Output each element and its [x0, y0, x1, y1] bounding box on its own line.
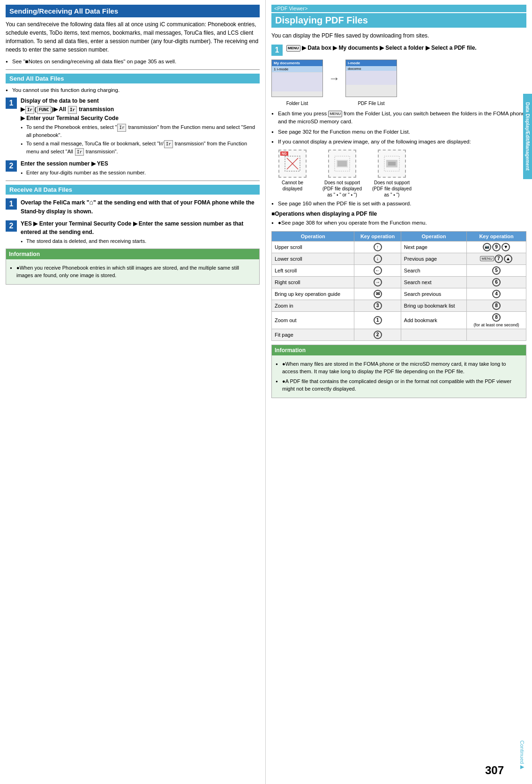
receive-step1-container: 1 Overlap the FeliCa mark "⌂" at the sen…	[6, 197, 260, 216]
key-bring-up-key: ✉	[354, 288, 401, 300]
pdf-screen-title: i-mode	[346, 60, 397, 66]
main-title: Sending/Receiving All Data Files	[6, 5, 260, 17]
info-box: Information ●When you receive Phonebook …	[6, 249, 260, 285]
key-lower-scroll: ↓	[354, 253, 401, 264]
info-box-header: Information	[6, 249, 259, 259]
screenshots-row: My documents 1 i-mode → i-mode docomo	[271, 60, 526, 97]
folder-list-item1: 1 i-mode	[272, 66, 322, 73]
receive-step2-title: YES ▶ Enter your Terminal Security Code …	[21, 220, 243, 235]
key-search-next: 6	[467, 276, 526, 288]
key-search-previous: 4	[467, 288, 526, 300]
folder-list-title: My documents	[272, 60, 322, 66]
info-box-inner: ●When you receive Phonebook entries in w…	[10, 262, 255, 279]
pdf-step1-container: 1 MENU ▶ Data box ▶ My documents ▶ Selec…	[271, 44, 526, 56]
op-search-previous: Search previous	[401, 288, 466, 300]
receive-step2-container: 2 YES ▶ Enter your Terminal Security Cod…	[6, 219, 260, 245]
pdf-bullet4: See page 160 when the PDF file is set wi…	[271, 200, 526, 208]
key-fit-page: 2	[354, 329, 401, 340]
op-previous-page: Previous page	[401, 253, 466, 264]
pdf-step1-number: 1	[271, 45, 283, 56]
step1-title: Display of the data to be sent	[21, 98, 99, 104]
col-header-key2: Key operation	[467, 231, 526, 241]
op-bring-up-bookmark: Bring up bookmark list	[401, 300, 466, 311]
key-zoom-in: 3	[354, 300, 401, 311]
cannot-display-icon: NG	[278, 150, 307, 178]
ops-bullet: ●See page 308 for when you operate from …	[271, 219, 526, 227]
op-lower-scroll: Lower scroll	[272, 253, 354, 264]
op-fit-page: Fit page	[272, 329, 354, 340]
col-header-operation2: Operation	[401, 231, 466, 241]
pdf-info-header: Information	[272, 345, 526, 355]
receive-step2-content: YES ▶ Enter your Terminal Security Code …	[21, 219, 260, 245]
note1-text: See "■Notes on sending/receiving all dat…	[6, 58, 260, 66]
op-next-page: Next page	[401, 241, 466, 253]
step2-content: Enter the session number ▶ YES Enter any…	[21, 159, 260, 176]
key-left-scroll: ←	[354, 264, 401, 276]
cannot-display-caption: Cannot be displayed	[271, 180, 314, 192]
op-search: Search	[401, 264, 466, 276]
ng-badge: NG	[280, 151, 288, 156]
step1-sub2: To send a mail message, ToruCa file or b…	[21, 140, 260, 156]
pdf-step1-title: MENU ▶ Data box ▶ My documents ▶ Select …	[286, 45, 477, 51]
key-add-bookmark: 8(for at least one second)	[467, 311, 526, 329]
step2-sub1: Enter any four-digits number as the sess…	[21, 169, 260, 176]
pdf-file-list-screenshot: i-mode docomo	[345, 60, 397, 97]
svg-rect-5	[337, 161, 347, 166]
pdf-info-text1: ●When many files are stored in the FOMA …	[276, 360, 522, 376]
does-not-support1-icon	[328, 150, 356, 178]
key-right-scroll: →	[354, 276, 401, 288]
does-not-support2-icon-box: Does not support(PDF file displayedas " …	[371, 150, 413, 198]
divider2	[6, 181, 260, 181]
key-bring-up-bookmark: 8	[467, 300, 526, 311]
pdf-bullet3: If you cannot display a preview image, a…	[271, 138, 526, 146]
receive-step2-sub: The stored data is deleted, and then rec…	[21, 238, 260, 245]
table-row: Zoom out 1 Add bookmark 8(for at least o…	[272, 311, 526, 329]
pdf-info-text2: ●A PDF file that contains the complicate…	[276, 377, 522, 393]
does-not-support2-caption: Does not support(PDF file displayedas " …	[372, 180, 412, 198]
op-right-scroll: Right scroll	[272, 276, 354, 288]
pdf-step1-content: MENU ▶ Data box ▶ My documents ▶ Select …	[286, 44, 526, 52]
table-row: Right scroll → Search next 6	[272, 276, 526, 288]
op-add-bookmark: Add bookmark	[401, 311, 466, 329]
does-not-support1-icon-box: Does not support(PDF file displayedas " …	[321, 150, 363, 198]
pdf-bullet1: Each time you press MENU from the Folder…	[271, 110, 526, 126]
step1-icons: ▶Ir(FUNC)▶ All Ir transmission▶ Enter yo…	[21, 106, 119, 122]
table-row: Left scroll ← Search 5	[272, 264, 526, 276]
step2-number: 2	[6, 160, 17, 172]
op-empty	[401, 329, 466, 340]
step2-container: 2 Enter the session number ▶ YES Enter a…	[6, 159, 260, 176]
does-not-support2-icon	[378, 150, 406, 178]
right-tab-label: Data Display/Edit/Management	[523, 94, 532, 179]
key-previous-page: MENU7▲	[467, 253, 526, 264]
continued-label: Continued▶	[519, 740, 525, 770]
table-row: Lower scroll ↓ Previous page MENU7▲	[272, 253, 526, 264]
receive-step1-content: Overlap the FeliCa mark "⌂" at the sendi…	[21, 197, 260, 216]
send-bullet1: You cannot use this function during char…	[6, 86, 260, 94]
table-row: Zoom in 3 Bring up bookmark list 8	[272, 300, 526, 311]
arrow-spacer	[329, 101, 340, 106]
pdf-info-inner: ●When many files are stored in the FOMA …	[276, 358, 522, 393]
send-section-header: Send All Data Files	[6, 74, 260, 83]
arrow-icon: →	[329, 72, 340, 85]
op-upper-scroll: Upper scroll	[272, 241, 354, 253]
receive-step1-title: Overlap the FeliCa mark "⌂" at the sendi…	[21, 199, 255, 215]
pdf-file-list-label: PDF File List	[345, 101, 397, 106]
step1-container: 1 Display of the data to be sent ▶Ir(FUN…	[6, 97, 260, 156]
pdf-small-header: <PDF Viewer>	[271, 5, 526, 12]
folder-list-label: Folder List	[271, 101, 323, 106]
op-zoom-out: Zoom out	[272, 311, 354, 329]
svg-rect-8	[388, 162, 396, 166]
table-row: Upper scroll ↑ Next page 📷9▼	[272, 241, 526, 253]
key-empty	[467, 329, 526, 340]
key-zoom-out: 1	[354, 311, 401, 329]
pdf-icons-row: NG Cannot be displayed Does not support(…	[271, 150, 526, 198]
divider1	[6, 69, 260, 70]
receive-section-header: Receive All Data Files	[6, 185, 260, 195]
key-upper-scroll: ↑	[354, 241, 401, 253]
pdf-info-box: Information ●When many files are stored …	[271, 345, 526, 398]
cannot-display-icon-box: NG Cannot be displayed	[271, 150, 314, 192]
folder-list-screenshot: My documents 1 i-mode	[271, 60, 323, 97]
step1-sub1: To send the Phonebook entries, select "I…	[21, 124, 260, 139]
pdf-intro: You can display the PDF files saved by d…	[271, 31, 526, 40]
col-header-key1: Key operation	[354, 231, 401, 241]
